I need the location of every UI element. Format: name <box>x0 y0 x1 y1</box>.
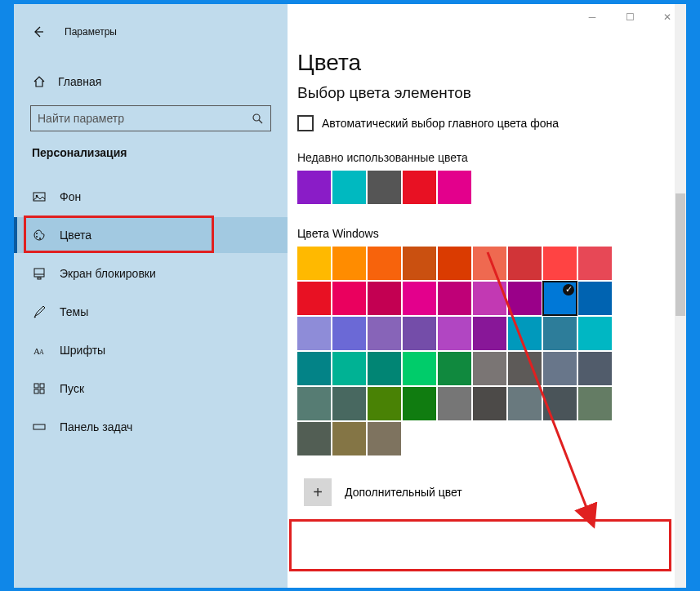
color-swatch[interactable] <box>578 317 612 350</box>
color-swatch[interactable] <box>473 387 506 420</box>
color-swatch[interactable] <box>332 387 366 420</box>
color-swatch[interactable] <box>297 247 331 280</box>
checkbox-icon[interactable] <box>297 115 314 131</box>
color-swatch[interactable] <box>578 387 612 420</box>
color-swatch[interactable] <box>438 317 471 350</box>
custom-color-button[interactable]: + Дополнительный цвет <box>297 472 669 513</box>
color-swatch[interactable] <box>368 387 401 420</box>
svg-rect-14 <box>40 384 44 388</box>
windows-colors-heading: Цвета Windows <box>297 227 686 240</box>
close-button[interactable]: ✕ <box>649 4 686 30</box>
sidebar-item-label: Шрифты <box>60 344 105 357</box>
color-swatch[interactable] <box>508 247 542 280</box>
color-swatch[interactable] <box>438 352 471 385</box>
color-swatch[interactable] <box>297 422 331 455</box>
color-swatch[interactable] <box>438 387 471 420</box>
color-swatch[interactable] <box>578 247 612 280</box>
color-swatch[interactable] <box>543 317 577 350</box>
color-swatch[interactable] <box>543 387 577 420</box>
sidebar-item-font[interactable]: AAШрифты <box>14 332 288 368</box>
color-swatch[interactable] <box>332 282 366 315</box>
svg-rect-13 <box>34 384 38 388</box>
svg-rect-16 <box>40 389 44 393</box>
svg-point-1 <box>253 114 260 121</box>
recent-color-swatch[interactable] <box>403 171 436 204</box>
back-icon[interactable] <box>32 25 45 38</box>
sidebar-item-label: Пуск <box>60 382 84 395</box>
palette-icon <box>32 228 47 242</box>
recent-color-swatch[interactable] <box>438 171 471 204</box>
svg-rect-17 <box>33 424 45 429</box>
color-swatch[interactable] <box>543 282 577 315</box>
color-swatch[interactable] <box>297 387 331 420</box>
taskbar-icon <box>32 420 47 434</box>
search-box[interactable] <box>30 105 271 131</box>
section-title: Выбор цвета элементов <box>297 84 686 102</box>
svg-rect-10 <box>38 278 41 279</box>
color-swatch[interactable] <box>578 282 612 315</box>
color-swatch[interactable] <box>543 247 577 280</box>
color-swatch[interactable] <box>473 317 506 350</box>
svg-rect-3 <box>33 193 45 201</box>
sidebar-item-label: Темы <box>60 305 88 318</box>
color-swatch[interactable] <box>297 317 331 350</box>
color-swatch[interactable] <box>297 352 331 385</box>
sidebar-item-start[interactable]: Пуск <box>14 371 288 407</box>
color-swatch[interactable] <box>473 282 506 315</box>
color-swatch[interactable] <box>438 247 471 280</box>
sidebar-item-palette[interactable]: Цвета <box>14 217 288 253</box>
brush-icon <box>32 304 47 319</box>
sidebar-item-label: Фон <box>60 190 81 203</box>
color-swatch[interactable] <box>438 282 471 315</box>
nav-home-label: Главная <box>58 75 101 88</box>
color-swatch[interactable] <box>403 352 436 385</box>
scrollbar[interactable] <box>675 4 686 588</box>
sidebar-item-label: Панель задач <box>60 420 132 433</box>
color-swatch[interactable] <box>543 352 577 385</box>
recent-color-swatch[interactable] <box>332 171 366 204</box>
color-swatch[interactable] <box>368 352 401 385</box>
color-swatch[interactable] <box>332 317 366 350</box>
recent-color-swatch[interactable] <box>297 171 331 204</box>
start-icon <box>32 381 47 396</box>
color-swatch[interactable] <box>368 247 401 280</box>
nav-home[interactable]: Главная <box>14 68 288 96</box>
sidebar-item-lock-screen[interactable]: Экран блокировки <box>14 256 288 291</box>
color-swatch[interactable] <box>473 352 506 385</box>
sidebar-item-picture[interactable]: Фон <box>14 179 288 215</box>
svg-line-2 <box>259 120 262 123</box>
color-swatch[interactable] <box>332 247 366 280</box>
color-swatch[interactable] <box>473 247 506 280</box>
custom-color-label: Дополнительный цвет <box>345 486 462 499</box>
color-swatch[interactable] <box>332 422 366 455</box>
annotation-highlight <box>289 519 671 571</box>
category-heading: Персонализация <box>14 131 288 167</box>
color-swatch[interactable] <box>368 317 401 350</box>
color-swatch[interactable] <box>403 282 436 315</box>
color-swatch[interactable] <box>508 317 542 350</box>
recent-color-swatch[interactable] <box>368 171 401 204</box>
color-swatch[interactable] <box>578 352 612 385</box>
color-swatch[interactable] <box>403 317 436 350</box>
color-swatch[interactable] <box>368 282 401 315</box>
color-swatch[interactable] <box>297 282 331 315</box>
svg-rect-15 <box>34 389 38 393</box>
color-swatch[interactable] <box>508 387 542 420</box>
sidebar-item-taskbar[interactable]: Панель задач <box>14 409 288 445</box>
plus-icon: + <box>304 478 332 506</box>
color-swatch[interactable] <box>403 387 436 420</box>
color-swatch[interactable] <box>508 352 542 385</box>
search-icon <box>251 112 264 125</box>
sidebar-item-brush[interactable]: Темы <box>14 294 288 330</box>
search-input[interactable] <box>38 112 251 125</box>
scroll-thumb[interactable] <box>675 193 685 316</box>
color-swatch[interactable] <box>403 247 436 280</box>
maximize-button[interactable]: ☐ <box>611 4 649 30</box>
color-swatch[interactable] <box>368 422 401 455</box>
svg-rect-8 <box>34 269 44 277</box>
auto-color-checkbox-row[interactable]: Автоматический выбор главного цвета фона <box>297 115 686 131</box>
minimize-button[interactable]: ─ <box>573 4 611 30</box>
color-swatch[interactable] <box>508 282 542 315</box>
app-title: Параметры <box>65 26 117 38</box>
color-swatch[interactable] <box>332 352 366 385</box>
